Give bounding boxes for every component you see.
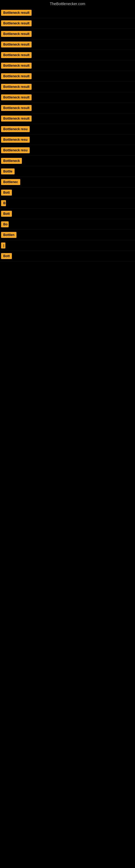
site-title: TheBottlenecker.com xyxy=(0,0,135,8)
bottleneck-result-badge[interactable]: Bo xyxy=(1,221,9,227)
list-item: B xyxy=(0,198,135,209)
bottleneck-result-badge[interactable]: Bottleneck result xyxy=(1,73,32,79)
list-item: Bottleneck resu xyxy=(0,134,135,145)
list-item: Bottleneck resu xyxy=(0,145,135,156)
list-item: Bottleneck resu xyxy=(0,124,135,134)
bottleneck-result-badge[interactable]: Bottleneck xyxy=(1,158,22,164)
list-item: Bottleneck result xyxy=(0,8,135,18)
list-item: Bottleneck xyxy=(0,156,135,166)
list-item: Bottleneck result xyxy=(0,113,135,124)
bottleneck-result-badge[interactable]: Bottleneck result xyxy=(1,94,32,100)
list-item: Bottlen xyxy=(0,230,135,240)
bottleneck-result-badge[interactable]: Bottleneck resu xyxy=(1,147,30,153)
bottleneck-result-badge[interactable]: Bottleneck result xyxy=(1,31,32,37)
list-item: Bottleneck result xyxy=(0,61,135,71)
site-title-container: TheBottlenecker.com xyxy=(0,0,135,8)
list-item: Bottleneck result xyxy=(0,103,135,113)
list-item: Bottleneck result xyxy=(0,71,135,82)
list-item: Bott xyxy=(0,209,135,219)
list-item: Bottlenec xyxy=(0,177,135,187)
list-item: Bo xyxy=(0,219,135,230)
bottleneck-result-badge[interactable]: B xyxy=(1,200,6,206)
bottleneck-result-badge[interactable]: Bottleneck resu xyxy=(1,137,30,143)
list-item: Bottleneck result xyxy=(0,50,135,61)
bottleneck-result-badge[interactable]: Bottleneck result xyxy=(1,10,32,16)
bottleneck-result-badge[interactable]: Bott xyxy=(1,211,12,217)
bottleneck-result-badge[interactable]: Bott xyxy=(1,190,12,195)
list-item: Bottleneck result xyxy=(0,92,135,103)
bottleneck-result-badge[interactable]: Bottleneck result xyxy=(1,63,32,69)
list-item: Bottleneck result xyxy=(0,18,135,29)
list-item: Bottleneck result xyxy=(0,39,135,50)
list-item: Bott xyxy=(0,187,135,198)
bottleneck-result-badge[interactable]: Bottle xyxy=(1,168,14,175)
list-item: Bottle xyxy=(0,166,135,177)
badges-container: Bottleneck resultBottleneck resultBottle… xyxy=(0,8,135,261)
bottleneck-result-badge[interactable]: Bottleneck result xyxy=(1,116,32,122)
bottleneck-result-badge[interactable]: Bott xyxy=(1,253,12,259)
bottleneck-result-badge[interactable]: Bottleneck result xyxy=(1,52,32,58)
list-item: Bottleneck result xyxy=(0,82,135,92)
bottleneck-result-badge[interactable]: Bottleneck result xyxy=(1,20,32,26)
list-item: | xyxy=(0,240,135,251)
bottleneck-result-badge[interactable]: Bottleneck resu xyxy=(1,126,30,132)
bottleneck-result-badge[interactable]: Bottleneck result xyxy=(1,105,32,111)
bottleneck-result-badge[interactable]: Bottleneck result xyxy=(1,41,32,48)
bottleneck-result-badge[interactable]: | xyxy=(1,243,5,248)
list-item: Bottleneck result xyxy=(0,29,135,39)
bottleneck-result-badge[interactable]: Bottlen xyxy=(1,232,16,238)
bottleneck-result-badge[interactable]: Bottleneck result xyxy=(1,84,32,90)
bottleneck-result-badge[interactable]: Bottlenec xyxy=(1,179,20,185)
list-item: Bott xyxy=(0,251,135,261)
